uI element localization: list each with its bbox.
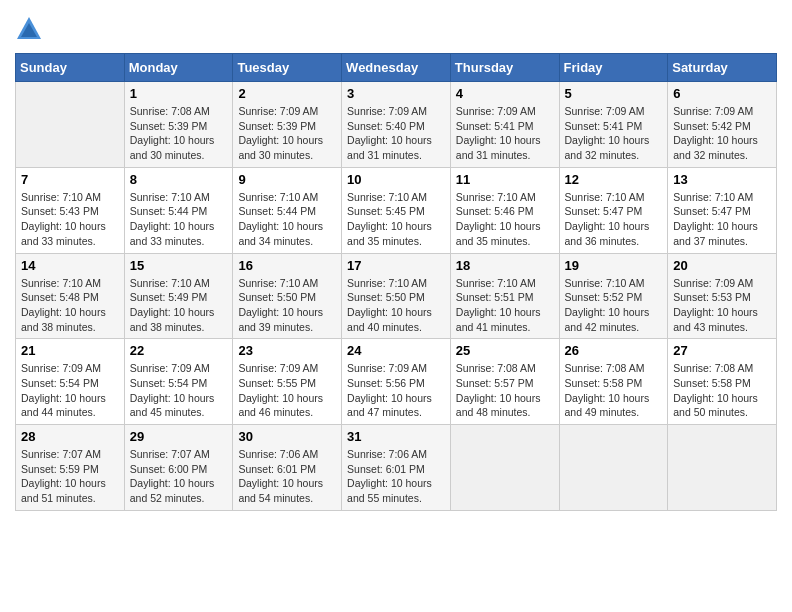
day-number: 12 xyxy=(565,172,663,187)
calendar-cell: 22Sunrise: 7:09 AMSunset: 5:54 PMDayligh… xyxy=(124,339,233,425)
day-info: Sunrise: 7:08 AMSunset: 5:58 PMDaylight:… xyxy=(673,361,771,420)
calendar-cell: 3Sunrise: 7:09 AMSunset: 5:40 PMDaylight… xyxy=(342,82,451,168)
day-number: 10 xyxy=(347,172,445,187)
day-info: Sunrise: 7:09 AMSunset: 5:53 PMDaylight:… xyxy=(673,276,771,335)
logo xyxy=(15,15,47,43)
day-info: Sunrise: 7:10 AMSunset: 5:48 PMDaylight:… xyxy=(21,276,119,335)
day-info: Sunrise: 7:10 AMSunset: 5:51 PMDaylight:… xyxy=(456,276,554,335)
weekday-row: SundayMondayTuesdayWednesdayThursdayFrid… xyxy=(16,54,777,82)
day-number: 6 xyxy=(673,86,771,101)
page-header xyxy=(15,15,777,43)
calendar-cell: 15Sunrise: 7:10 AMSunset: 5:49 PMDayligh… xyxy=(124,253,233,339)
day-number: 29 xyxy=(130,429,228,444)
day-number: 22 xyxy=(130,343,228,358)
calendar-cell xyxy=(559,425,668,511)
day-number: 14 xyxy=(21,258,119,273)
calendar-cell: 23Sunrise: 7:09 AMSunset: 5:55 PMDayligh… xyxy=(233,339,342,425)
calendar-cell: 9Sunrise: 7:10 AMSunset: 5:44 PMDaylight… xyxy=(233,167,342,253)
weekday-header-wednesday: Wednesday xyxy=(342,54,451,82)
day-number: 31 xyxy=(347,429,445,444)
calendar-cell: 8Sunrise: 7:10 AMSunset: 5:44 PMDaylight… xyxy=(124,167,233,253)
calendar-cell: 7Sunrise: 7:10 AMSunset: 5:43 PMDaylight… xyxy=(16,167,125,253)
day-number: 24 xyxy=(347,343,445,358)
day-number: 28 xyxy=(21,429,119,444)
day-number: 2 xyxy=(238,86,336,101)
day-number: 13 xyxy=(673,172,771,187)
calendar-cell: 5Sunrise: 7:09 AMSunset: 5:41 PMDaylight… xyxy=(559,82,668,168)
day-info: Sunrise: 7:10 AMSunset: 5:49 PMDaylight:… xyxy=(130,276,228,335)
day-info: Sunrise: 7:10 AMSunset: 5:50 PMDaylight:… xyxy=(347,276,445,335)
calendar-cell: 27Sunrise: 7:08 AMSunset: 5:58 PMDayligh… xyxy=(668,339,777,425)
calendar-cell: 26Sunrise: 7:08 AMSunset: 5:58 PMDayligh… xyxy=(559,339,668,425)
calendar-cell: 16Sunrise: 7:10 AMSunset: 5:50 PMDayligh… xyxy=(233,253,342,339)
calendar-cell: 12Sunrise: 7:10 AMSunset: 5:47 PMDayligh… xyxy=(559,167,668,253)
day-number: 7 xyxy=(21,172,119,187)
day-number: 19 xyxy=(565,258,663,273)
day-number: 17 xyxy=(347,258,445,273)
day-info: Sunrise: 7:07 AMSunset: 5:59 PMDaylight:… xyxy=(21,447,119,506)
calendar-cell xyxy=(16,82,125,168)
calendar-cell: 11Sunrise: 7:10 AMSunset: 5:46 PMDayligh… xyxy=(450,167,559,253)
day-info: Sunrise: 7:10 AMSunset: 5:50 PMDaylight:… xyxy=(238,276,336,335)
day-info: Sunrise: 7:10 AMSunset: 5:52 PMDaylight:… xyxy=(565,276,663,335)
day-info: Sunrise: 7:10 AMSunset: 5:44 PMDaylight:… xyxy=(238,190,336,249)
day-number: 8 xyxy=(130,172,228,187)
day-info: Sunrise: 7:09 AMSunset: 5:41 PMDaylight:… xyxy=(456,104,554,163)
day-number: 1 xyxy=(130,86,228,101)
day-info: Sunrise: 7:10 AMSunset: 5:46 PMDaylight:… xyxy=(456,190,554,249)
calendar-cell: 2Sunrise: 7:09 AMSunset: 5:39 PMDaylight… xyxy=(233,82,342,168)
calendar-cell: 31Sunrise: 7:06 AMSunset: 6:01 PMDayligh… xyxy=(342,425,451,511)
day-info: Sunrise: 7:07 AMSunset: 6:00 PMDaylight:… xyxy=(130,447,228,506)
day-info: Sunrise: 7:08 AMSunset: 5:57 PMDaylight:… xyxy=(456,361,554,420)
day-number: 21 xyxy=(21,343,119,358)
day-number: 20 xyxy=(673,258,771,273)
day-info: Sunrise: 7:10 AMSunset: 5:47 PMDaylight:… xyxy=(565,190,663,249)
week-row-4: 21Sunrise: 7:09 AMSunset: 5:54 PMDayligh… xyxy=(16,339,777,425)
day-number: 25 xyxy=(456,343,554,358)
weekday-header-sunday: Sunday xyxy=(16,54,125,82)
day-info: Sunrise: 7:09 AMSunset: 5:42 PMDaylight:… xyxy=(673,104,771,163)
calendar-cell: 10Sunrise: 7:10 AMSunset: 5:45 PMDayligh… xyxy=(342,167,451,253)
week-row-2: 7Sunrise: 7:10 AMSunset: 5:43 PMDaylight… xyxy=(16,167,777,253)
weekday-header-monday: Monday xyxy=(124,54,233,82)
day-number: 15 xyxy=(130,258,228,273)
day-info: Sunrise: 7:10 AMSunset: 5:45 PMDaylight:… xyxy=(347,190,445,249)
day-info: Sunrise: 7:09 AMSunset: 5:56 PMDaylight:… xyxy=(347,361,445,420)
day-info: Sunrise: 7:10 AMSunset: 5:44 PMDaylight:… xyxy=(130,190,228,249)
calendar-cell: 4Sunrise: 7:09 AMSunset: 5:41 PMDaylight… xyxy=(450,82,559,168)
day-number: 23 xyxy=(238,343,336,358)
calendar-cell: 25Sunrise: 7:08 AMSunset: 5:57 PMDayligh… xyxy=(450,339,559,425)
day-info: Sunrise: 7:09 AMSunset: 5:40 PMDaylight:… xyxy=(347,104,445,163)
day-number: 30 xyxy=(238,429,336,444)
calendar-cell: 1Sunrise: 7:08 AMSunset: 5:39 PMDaylight… xyxy=(124,82,233,168)
calendar-cell: 29Sunrise: 7:07 AMSunset: 6:00 PMDayligh… xyxy=(124,425,233,511)
day-info: Sunrise: 7:09 AMSunset: 5:54 PMDaylight:… xyxy=(21,361,119,420)
weekday-header-tuesday: Tuesday xyxy=(233,54,342,82)
day-info: Sunrise: 7:09 AMSunset: 5:41 PMDaylight:… xyxy=(565,104,663,163)
calendar-cell: 30Sunrise: 7:06 AMSunset: 6:01 PMDayligh… xyxy=(233,425,342,511)
day-info: Sunrise: 7:09 AMSunset: 5:55 PMDaylight:… xyxy=(238,361,336,420)
day-number: 3 xyxy=(347,86,445,101)
weekday-header-friday: Friday xyxy=(559,54,668,82)
week-row-1: 1Sunrise: 7:08 AMSunset: 5:39 PMDaylight… xyxy=(16,82,777,168)
calendar-body: 1Sunrise: 7:08 AMSunset: 5:39 PMDaylight… xyxy=(16,82,777,511)
day-info: Sunrise: 7:08 AMSunset: 5:39 PMDaylight:… xyxy=(130,104,228,163)
calendar-cell: 6Sunrise: 7:09 AMSunset: 5:42 PMDaylight… xyxy=(668,82,777,168)
day-info: Sunrise: 7:09 AMSunset: 5:39 PMDaylight:… xyxy=(238,104,336,163)
calendar-cell: 20Sunrise: 7:09 AMSunset: 5:53 PMDayligh… xyxy=(668,253,777,339)
day-number: 9 xyxy=(238,172,336,187)
calendar-cell: 21Sunrise: 7:09 AMSunset: 5:54 PMDayligh… xyxy=(16,339,125,425)
logo-icon xyxy=(15,15,43,43)
day-info: Sunrise: 7:06 AMSunset: 6:01 PMDaylight:… xyxy=(238,447,336,506)
calendar-cell: 13Sunrise: 7:10 AMSunset: 5:47 PMDayligh… xyxy=(668,167,777,253)
calendar-cell xyxy=(450,425,559,511)
weekday-header-thursday: Thursday xyxy=(450,54,559,82)
week-row-3: 14Sunrise: 7:10 AMSunset: 5:48 PMDayligh… xyxy=(16,253,777,339)
day-number: 26 xyxy=(565,343,663,358)
calendar-cell xyxy=(668,425,777,511)
calendar-cell: 19Sunrise: 7:10 AMSunset: 5:52 PMDayligh… xyxy=(559,253,668,339)
day-number: 16 xyxy=(238,258,336,273)
week-row-5: 28Sunrise: 7:07 AMSunset: 5:59 PMDayligh… xyxy=(16,425,777,511)
day-info: Sunrise: 7:08 AMSunset: 5:58 PMDaylight:… xyxy=(565,361,663,420)
weekday-header-saturday: Saturday xyxy=(668,54,777,82)
